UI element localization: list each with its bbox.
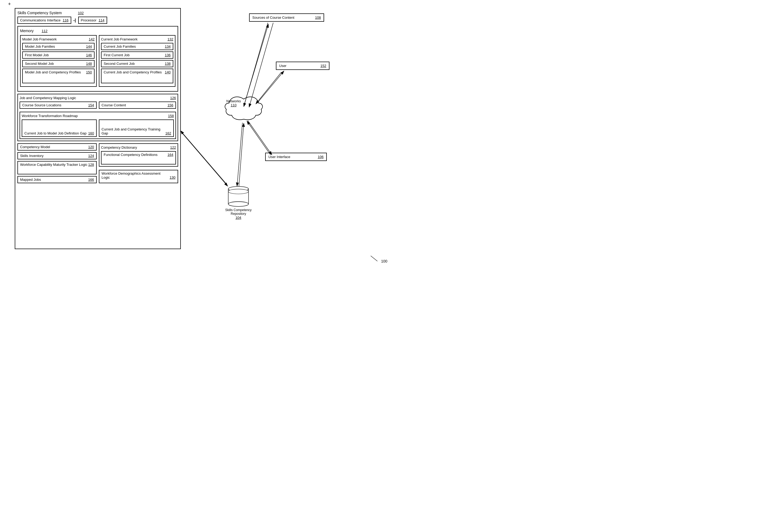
functional-comp-ref: 164 bbox=[167, 153, 173, 157]
course-content-ref: 156 bbox=[167, 103, 173, 107]
gap2-box: Current Job and Competency Training Gap … bbox=[99, 119, 174, 137]
comm-interface-box: Communications Interface 116 bbox=[17, 16, 71, 24]
gap1-label: Current Job to Model Job Definition Gap bbox=[25, 131, 87, 135]
functional-comp-content: Functional Competency Definitions 164 bbox=[104, 153, 173, 157]
memory-label: Memory bbox=[20, 29, 34, 33]
model-families-ref: 144 bbox=[86, 44, 92, 48]
ref-100: 100 bbox=[381, 259, 387, 263]
functional-comp-box: Functional Competency Definitions 164 bbox=[101, 151, 176, 164]
diagram-container: + Skills Competency System 102 Communica… bbox=[0, 0, 390, 266]
skills-inventory-box: Skills Inventory 124 bbox=[17, 152, 97, 159]
model-framework-ref: 142 bbox=[89, 37, 95, 41]
bottom-section: Competency Model 120 Skills Inventory 12… bbox=[17, 143, 178, 183]
cylinder-svg bbox=[221, 185, 256, 207]
workforce-cap-ref: 128 bbox=[88, 162, 94, 166]
gap2-label: Current Job and Competency Training Gap bbox=[101, 127, 165, 135]
sources-label: Sources of Course Content bbox=[252, 15, 294, 19]
mapping-label: Job and Competency Mapping Logic bbox=[19, 96, 76, 100]
system-title: Skills Competency System 102 bbox=[17, 11, 178, 15]
user-ref: 152 bbox=[321, 64, 326, 68]
second-current-job-box: Second Current Job 138 bbox=[101, 60, 173, 67]
ui-box: User Interface 106 bbox=[265, 153, 327, 161]
svg-point-3 bbox=[228, 189, 248, 194]
svg-line-12 bbox=[247, 121, 271, 155]
current-framework-label: Current Job Framework bbox=[101, 37, 138, 41]
course-source-label: Course Source Locations bbox=[22, 103, 61, 107]
networks-label: Networks 110 bbox=[226, 99, 241, 107]
competency-model-ref: 120 bbox=[88, 145, 94, 149]
model-profiles-box: Model Job and Competency Profiles 150 bbox=[22, 68, 95, 83]
plus-sign: + bbox=[8, 1, 11, 7]
sources-box: Sources of Course Content 108 bbox=[249, 13, 324, 22]
current-profiles-content: Current Job and Competency Profiles 140 bbox=[104, 70, 170, 74]
mapped-jobs-box: Mapped Jobs 166 bbox=[17, 176, 97, 183]
competency-dict-ref: 122 bbox=[170, 145, 176, 149]
gap1-box: Current Job to Model Job Definition Gap … bbox=[22, 119, 97, 137]
arrow-100-svg bbox=[370, 254, 380, 262]
competency-dict-label: Competency Dictionary bbox=[101, 145, 137, 149]
svg-point-1 bbox=[228, 202, 248, 206]
skills-inventory-label: Skills Inventory bbox=[20, 154, 43, 158]
processor-box: Processor 114 bbox=[78, 16, 107, 24]
gap2-content: Current Job and Competency Training Gap … bbox=[101, 121, 171, 135]
networks-cloud-svg bbox=[222, 94, 265, 123]
second-model-job-box: Second Model Job 148 bbox=[22, 60, 95, 67]
mapped-jobs-label: Mapped Jobs bbox=[20, 178, 41, 182]
user-label: User bbox=[279, 64, 286, 68]
comm-interface-label: Communications Interface bbox=[20, 18, 60, 22]
framework-row: Model Job Framework 142 Model Job Famili… bbox=[20, 35, 176, 87]
gap2-ref: 162 bbox=[165, 131, 171, 135]
second-current-job-ref: 138 bbox=[165, 62, 170, 66]
repo-container: Skills Competency Repository 104 bbox=[217, 185, 260, 220]
ui-ref: 106 bbox=[318, 155, 324, 159]
system-ref: 102 bbox=[78, 11, 84, 15]
competency-dict-title: Competency Dictionary 122 bbox=[101, 145, 176, 149]
current-families-ref: 134 bbox=[165, 44, 170, 48]
workforce-demo-box: Workforce Demographics Assessment Logic … bbox=[99, 170, 178, 183]
current-job-framework-box: Current Job Framework 132 Current Job Fa… bbox=[99, 35, 176, 87]
connector-dash: -| bbox=[74, 18, 76, 23]
svg-line-8 bbox=[244, 24, 269, 104]
competency-model-label: Competency Model bbox=[20, 145, 50, 149]
svg-line-19 bbox=[371, 256, 377, 261]
repo-label: Skills Competency Repository 104 bbox=[225, 208, 252, 220]
user-box: User 152 bbox=[276, 62, 330, 70]
model-profiles-label: Model Job and Competency Profiles bbox=[25, 70, 81, 74]
processor-label: Processor bbox=[81, 18, 97, 22]
mapping-ref: 126 bbox=[170, 96, 176, 100]
current-framework-title: Current Job Framework 132 bbox=[101, 37, 173, 41]
first-current-job-ref: 136 bbox=[165, 53, 170, 57]
workforce-demo-label: Workforce Demographics Assessment Logic bbox=[101, 172, 169, 180]
comm-interface-ref: 116 bbox=[63, 18, 68, 22]
current-framework-ref: 132 bbox=[167, 37, 173, 41]
workforce-demo-ref: 130 bbox=[169, 176, 176, 180]
svg-line-14 bbox=[239, 123, 244, 186]
course-content-box: Course Content 156 bbox=[99, 101, 176, 109]
current-families-box: Current Job Families 134 bbox=[101, 43, 173, 50]
model-framework-label: Model Job Framework bbox=[22, 37, 57, 41]
gap-row: Current Job to Model Job Definition Gap … bbox=[22, 119, 174, 137]
workforce-cap-content: Workforce Capability Maturity Tracker Lo… bbox=[20, 162, 94, 166]
first-current-job-label: First Current Job bbox=[104, 53, 130, 57]
current-profiles-box: Current Job and Competency Profiles 140 bbox=[101, 68, 173, 83]
model-families-label: Model Job Families bbox=[25, 44, 55, 48]
repo-line1: Skills Competency bbox=[225, 208, 252, 212]
model-families-box: Model Job Families 144 bbox=[22, 43, 95, 50]
svg-line-11 bbox=[248, 120, 272, 155]
memory-box: Memory 112 Model Job Framework 142 Model… bbox=[17, 26, 178, 92]
mapped-jobs-ref: 166 bbox=[88, 178, 94, 182]
gap1-ref: 160 bbox=[88, 131, 94, 135]
gap1-content: Current Job to Model Job Definition Gap … bbox=[25, 121, 94, 135]
processor-ref: 114 bbox=[99, 18, 104, 22]
system-box: Skills Competency System 102 Communicati… bbox=[15, 8, 181, 249]
bottom-left: Competency Model 120 Skills Inventory 12… bbox=[17, 143, 97, 183]
model-profiles-content: Model Job and Competency Profiles 150 bbox=[25, 70, 92, 74]
sources-ref: 108 bbox=[315, 15, 321, 19]
competency-dict-box: Competency Dictionary 122 Functional Com… bbox=[99, 143, 178, 166]
second-model-job-ref: 148 bbox=[86, 62, 92, 66]
model-job-framework-box: Model Job Framework 142 Model Job Famili… bbox=[20, 35, 97, 87]
competency-model-box: Competency Model 120 bbox=[17, 143, 97, 151]
ui-label: User Interface bbox=[269, 155, 290, 159]
workforce-cap-box: Workforce Capability Maturity Tracker Lo… bbox=[17, 161, 97, 175]
first-model-job-box: First Model Job 146 bbox=[22, 51, 95, 59]
